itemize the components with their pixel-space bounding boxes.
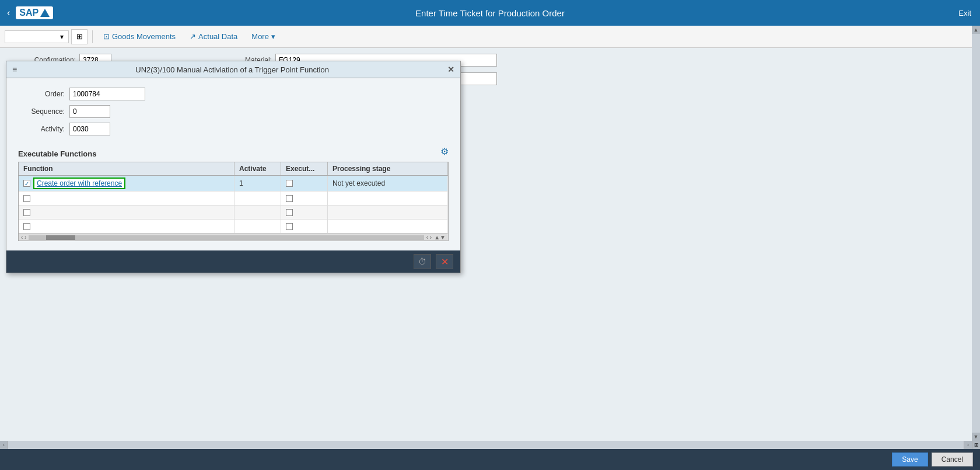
right-scrollbar-track — [972, 34, 980, 153]
toolbar: ▾ ⊞ ⊡ Goods Movements ↗ Actual Data More… — [0, 26, 980, 48]
dialog-body: Order: Sequence: Activity: Executable Fu… — [6, 78, 460, 153]
sap-logo-triangle — [40, 9, 50, 17]
toolbar-dropdown[interactable]: ▾ — [5, 30, 69, 43]
scroll-up-arrow[interactable]: ▲ — [972, 26, 980, 34]
app-header: ‹ SAP Enter Time Ticket for Production O… — [0, 0, 980, 26]
dialog-activity-input[interactable] — [69, 123, 110, 135]
more-button[interactable]: More ▾ — [246, 30, 281, 43]
page-title: Enter Time Ticket for Production Order — [415, 8, 565, 18]
dialog-menu-icon[interactable]: ≡ — [12, 65, 17, 74]
executable-functions-header: Executable Functions ⚙ — [18, 141, 449, 153]
right-scrollbar[interactable]: ▲ ▼ — [972, 26, 980, 153]
actual-data-icon: ↗ — [190, 32, 196, 41]
back-button[interactable]: ‹ — [7, 8, 10, 18]
dialog-activity-row: Activity: — [18, 123, 449, 135]
executable-functions-title: Executable Functions — [18, 149, 96, 153]
settings-icon[interactable]: ⚙ — [440, 146, 449, 153]
dialog-sequence-label: Sequence: — [18, 107, 65, 116]
dialog-sequence-input[interactable] — [69, 105, 110, 118]
toolbar-separator — [92, 30, 93, 43]
dialog-header: ≡ UN2(3)/100 Manual Activiation of a Tri… — [6, 61, 460, 78]
goods-movements-icon: ⊡ — [103, 32, 110, 41]
goods-movements-button[interactable]: ⊡ Goods Movements — [97, 30, 181, 43]
chevron-down-icon: ▾ — [60, 33, 64, 41]
exit-button[interactable]: Exit — [958, 9, 971, 18]
dialog-order-row: Order: — [18, 88, 449, 100]
toolbar-icon-btn[interactable]: ⊞ — [71, 29, 88, 44]
sap-logo: SAP — [16, 6, 53, 19]
dialog-close-button[interactable]: ✕ — [447, 65, 454, 74]
trigger-point-dialog: ≡ UN2(3)/100 Manual Activiation of a Tri… — [6, 61, 461, 153]
dialog-title: UN2(3)/100 Manual Activiation of a Trigg… — [23, 65, 442, 74]
dialog-sequence-row: Sequence: — [18, 105, 449, 118]
more-label: More — [251, 32, 269, 41]
more-chevron-icon: ▾ — [271, 32, 275, 41]
dialog-activity-label: Activity: — [18, 125, 65, 133]
goods-movements-label: Goods Movements — [112, 32, 176, 41]
sap-logo-text: SAP — [19, 8, 38, 18]
dialog-order-label: Order: — [18, 90, 65, 98]
actual-data-label: Actual Data — [198, 32, 237, 41]
dialog-order-input[interactable] — [69, 88, 145, 100]
document-icon: ⊞ — [76, 32, 83, 41]
actual-data-button[interactable]: ↗ Actual Data — [184, 30, 243, 43]
